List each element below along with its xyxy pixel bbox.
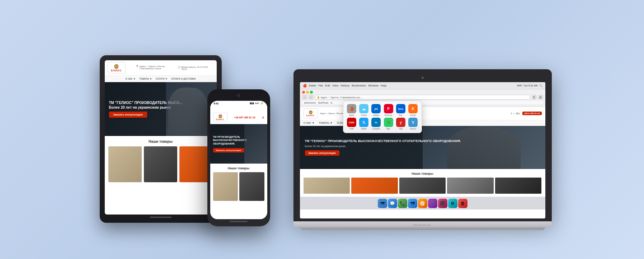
safari-back-btn[interactable]: ‹ [302, 95, 307, 100]
tablet-nav: О НАС ▼ ТОВАРЫ ▼ УСЛУГИ ▼ ОПЛАТА И ДОСТА… [105, 76, 217, 82]
macos-bar-left: 🍎 Safari File Edit View History Bookmark… [303, 84, 387, 88]
menu-edit[interactable]: Edit [325, 84, 330, 87]
yelp-bookmark-icon: y [396, 118, 405, 127]
bookmark-item-yelp[interactable]: y Yelp [395, 118, 406, 130]
mint-bookmark-icon: 🌿 [384, 118, 393, 127]
safari-tabs-btn[interactable]: ⊞ [538, 95, 543, 100]
tablet-hours: 🕐 Время работы: Пн-Пт 8:00-18:30 [178, 66, 214, 70]
laptop-product-1 [304, 178, 350, 194]
bookmark-item-venmo[interactable]: V Venmo [408, 118, 418, 130]
jet-bookmark-label: JetBlue [373, 114, 379, 116]
dock-messages-icon[interactable]: 💬 [388, 199, 397, 208]
tablet-logo-text: ЕЛИОС [111, 69, 122, 72]
dock-appstore-icon[interactable]: ⬛ [438, 199, 447, 208]
tablet-nav-about[interactable]: О НАС ▼ [125, 77, 136, 80]
tablet-body: 🦁 ЕЛИОС 📍 Адрес: г. Одесса, 19ги км, Ста… [100, 55, 222, 223]
safari-fullscreen-btn[interactable] [310, 91, 313, 94]
safari-forward-btn[interactable]: › [309, 95, 314, 100]
laptop-product-4 [447, 178, 494, 194]
phone-number: +38 067 485 91 18 [234, 116, 255, 119]
safari-share-btn[interactable]: ⬆ [532, 95, 537, 100]
dock-maps-icon[interactable]: 🗺 [408, 199, 417, 208]
apple-icon: 🍎 [303, 84, 307, 88]
bookmark-item-box[interactable]: box Box [395, 104, 406, 116]
phone-products-title: Наши товары [213, 166, 264, 170]
laptop-language-btn[interactable]: RU [516, 112, 520, 115]
phone-menu-icon[interactable]: ≡ [262, 116, 264, 119]
laptop-camera [422, 77, 424, 79]
icloud-bookmark-icon: ☁ [359, 104, 368, 113]
menu-view[interactable]: View [332, 84, 338, 87]
laptop-product-5 [495, 178, 542, 194]
laptop-nav-about[interactable]: О НАС ▼ [304, 122, 315, 124]
linkedin-bookmark-label: LinkedIn [372, 128, 380, 130]
tablet-products-title: Наши товары [108, 140, 213, 143]
tablet-cta-button[interactable]: Заказать консультацию [109, 112, 147, 118]
menu-history[interactable]: History [340, 84, 349, 87]
laptop-hero-title: ТМ "ГЕЛИОС" ПРОИЗВОДИТЕЛЬ ВЫСОКОКАЧЕСТВЕ… [305, 139, 540, 143]
bookmark-item-apple[interactable]: 🍎 Apple [346, 104, 357, 116]
laptop-instagram-icon[interactable]: ○ [513, 112, 514, 115]
safari-minimize-btn[interactable] [306, 91, 309, 94]
dock-music-icon[interactable]: 🎵 [428, 199, 437, 208]
tablet-products-section: Наши товары [105, 136, 217, 186]
twitter-bookmark-label: Twitter [361, 128, 367, 130]
dock-trash-icon[interactable]: 🗑 [458, 199, 467, 208]
bookmark-item-cnn[interactable]: CNN CNN [346, 118, 357, 130]
laptop-cta-button[interactable]: Заказать консультацию [305, 150, 339, 156]
laptop-website-content: 🦁 ЕЛИОС Адрес: г. Одесса, 19ги км, Старо… [300, 107, 545, 197]
safari-address-bar[interactable]: 🔒 Адрес: г. Одесса, Старожевского шо... [315, 95, 530, 100]
phone-device: 9:41 ▮▮▮ WiFi 🔋 🦁 ЕЛИОС +38 067 485 91 1… [207, 89, 270, 226]
macos-search-icon[interactable]: 🔍 [539, 84, 542, 87]
phone-cta-button[interactable]: Заказать консультацию [213, 148, 244, 152]
dock-safari-icon[interactable]: 🧭 [418, 199, 427, 208]
laptop-product-2 [351, 178, 398, 194]
dock-facetime-icon[interactable]: 📞 [398, 199, 407, 208]
phone-notch [229, 94, 249, 99]
bookmarks-popup: 🍎 Apple ☁ iCloud jet JetBlue P [343, 101, 422, 133]
laptop-header-right: f ○ RU (067) 485-91-18 [511, 112, 541, 115]
safari-bookmarks-bar: Adventures NutriFeed A... [302, 101, 543, 105]
phone-hero-bg [244, 124, 267, 164]
phone-product-2 [239, 172, 264, 201]
box-bookmark-label: Box [399, 114, 402, 116]
laptop-social-icons: f ○ RU [511, 112, 520, 115]
menu-file[interactable]: File [318, 84, 323, 87]
bookmark-item-kayak[interactable]: K Kayak [408, 104, 418, 116]
safari-close-btn[interactable] [302, 91, 305, 94]
phone-logo: 🦁 ЕЛИОС [213, 113, 227, 122]
laptop-facebook-icon[interactable]: f [511, 112, 512, 115]
macos-wifi-icon: WiFi [517, 84, 522, 87]
laptop-website-header: 🦁 ЕЛИОС Адрес: г. Одесса, 19ги км, Старо… [300, 107, 545, 120]
bookmark-a[interactable]: A... [330, 102, 334, 104]
menu-bookmarks[interactable]: Bookmarks [352, 84, 366, 87]
bookmark-item-jet[interactable]: jet JetBlue [371, 104, 381, 116]
bookmark-nutrifeed[interactable]: NutriFeed [318, 102, 328, 104]
bookmark-item-twitter[interactable]: 𝕏 Twitter [358, 118, 369, 130]
venmo-bookmark-icon: V [408, 118, 418, 127]
laptop-hero-person [447, 126, 521, 169]
tablet-nav-delivery[interactable]: ОПЛАТА И ДОСТАВКА [171, 77, 196, 80]
macos-menubar: 🍎 Safari File Edit View History Bookmark… [300, 82, 545, 89]
laptop-phone-display: (067) 485-91-18 [522, 112, 541, 115]
menu-window[interactable]: Window [368, 84, 378, 87]
bookmark-item-pinterest[interactable]: P Pinterest [383, 104, 394, 116]
bookmark-item-icloud[interactable]: ☁ iCloud [358, 104, 369, 116]
bookmark-item-linkedin[interactable]: in LinkedIn [371, 118, 381, 130]
dock-settings-icon[interactable]: ⚙ [448, 199, 457, 208]
tablet-nav-products[interactable]: ТОВАРЫ ▼ [139, 77, 152, 80]
tablet-products-grid [108, 146, 213, 182]
menu-help[interactable]: Help [381, 84, 386, 87]
phone-signal-icon: ▮▮▮ [250, 102, 254, 105]
laptop-website-hero: ТМ "ГЕЛИОС" ПРОИЗВОДИТЕЛЬ ВЫСОКОКАЧЕСТВЕ… [300, 126, 545, 169]
tablet-nav-services[interactable]: УСЛУГИ ▼ [156, 77, 168, 80]
laptop-hero-subtitle: Более 20 лет на украинском рынке [305, 145, 540, 147]
menu-safari[interactable]: Safari [309, 84, 316, 87]
laptop-foot [301, 227, 545, 230]
laptop-nav-products[interactable]: ТОВАРЫ ▼ [319, 122, 332, 124]
bookmark-item-mint[interactable]: 🌿 Mint [383, 118, 394, 130]
dock-finder-icon[interactable]: 🗺 [378, 199, 387, 208]
phone-header: 🦁 ЕЛИОС +38 067 485 91 18 ≡ [210, 105, 267, 124]
bookmark-adventures[interactable]: Adventures [304, 102, 316, 104]
pinterest-bookmark-icon: P [384, 104, 393, 113]
